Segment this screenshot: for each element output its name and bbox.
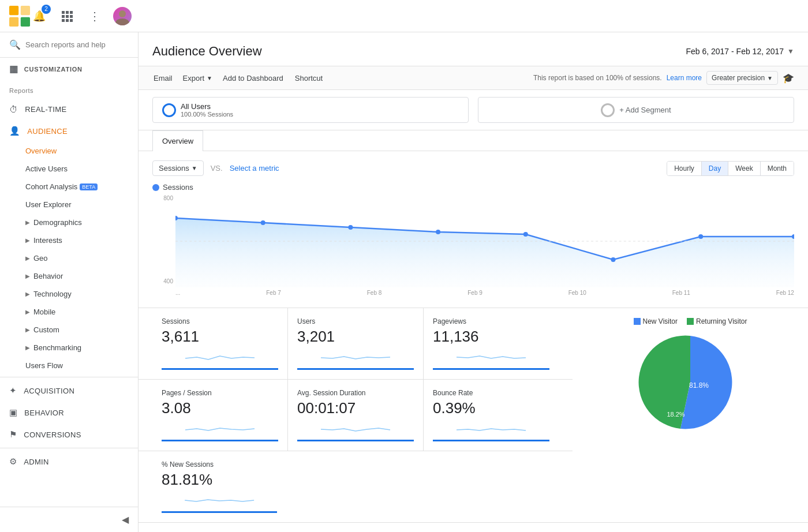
chevron-right-icon: ▶ (25, 327, 30, 333)
acquisition-icon: ✦ (9, 385, 17, 396)
search-icon: 🔍 (9, 39, 21, 50)
sidebar-collapse-button[interactable]: ◀ (0, 507, 138, 532)
tab-overview[interactable]: Overview (152, 130, 203, 151)
sidebar-item-behavior[interactable]: ▣ BEHAVIOR (0, 402, 138, 424)
x-label-feb12: Feb 12 (776, 290, 794, 296)
svg-text:81.8%: 81.8% (689, 381, 709, 389)
sidebar-item-admin[interactable]: ⚙ ADMIN (0, 451, 138, 473)
email-button[interactable]: Email (152, 72, 174, 85)
shortcut-button[interactable]: Shortcut (294, 72, 324, 85)
segment-empty-circle (601, 103, 615, 117)
sidebar-subitem-users-flow[interactable]: Users Flow (0, 357, 138, 374)
sidebar-item-conversions[interactable]: ⚑ CONVERSIONS (0, 424, 138, 445)
metrics-left: Sessions 3,611 Users 3,201 (139, 308, 573, 522)
toolbar-right: This report is based on 100% of sessions… (533, 71, 794, 85)
select-metric-link[interactable]: Select a metric (230, 164, 279, 173)
segment-info: All Users 100.00% Sessions (181, 102, 459, 118)
sidebar-item-customization[interactable]: ▦ CUSTOMIZATION (0, 58, 138, 80)
app-logo[interactable] (9, 6, 30, 27)
new-visitor-color (634, 318, 641, 325)
report-icon[interactable]: 🎓 (783, 73, 794, 84)
day-button[interactable]: Day (702, 162, 728, 175)
custom-label: Custom (33, 325, 59, 334)
svg-rect-8 (66, 15, 69, 18)
segment-bar: All Users 100.00% Sessions + Add Segment (139, 90, 808, 130)
precision-label: Greater precision (712, 74, 765, 82)
sidebar-subitem-mobile[interactable]: ▶ Mobile (0, 303, 138, 321)
sidebar-subitem-active-users[interactable]: Active Users (0, 160, 138, 178)
sidebar-subitem-behavior[interactable]: ▶ Behavior (0, 267, 138, 285)
user-avatar[interactable] (113, 7, 132, 25)
metric-pages-session: Pages / Session 3.08 (152, 380, 288, 451)
learn-more-link[interactable]: Learn more (667, 74, 702, 82)
precision-dropdown[interactable]: Greater precision ▼ (706, 71, 778, 85)
sidebar-subitem-technology[interactable]: ▶ Technology (0, 285, 138, 303)
svg-rect-1 (21, 6, 30, 15)
users-metric-value: 3,201 (297, 328, 414, 346)
sidebar-item-realtime[interactable]: ⏱ REAL-TIME (0, 99, 138, 120)
sidebar-subitem-user-explorer[interactable]: User Explorer (0, 196, 138, 213)
metrics-row-2: Pages / Session 3.08 Avg. Session Durati… (139, 379, 573, 451)
pageviews-metric-label: Pageviews (433, 317, 549, 325)
svg-point-19 (523, 232, 528, 237)
sidebar-subitem-geo[interactable]: ▶ Geo (0, 249, 138, 267)
metric-sessions: Sessions 3,611 (152, 308, 288, 379)
search-input[interactable] (25, 40, 129, 49)
x-label-feb8: Feb 8 (367, 290, 382, 296)
week-button[interactable]: Week (728, 162, 760, 175)
sessions-chart (175, 195, 794, 287)
svg-point-18 (436, 230, 440, 234)
chevron-right-icon: ▶ (25, 237, 30, 243)
mobile-label: Mobile (33, 308, 55, 316)
svg-rect-0 (9, 6, 18, 15)
sidebar-item-audience[interactable]: 👤 AUDIENCE (0, 120, 138, 142)
export-label: Export (183, 74, 205, 83)
report-toolbar: Email Export ▼ Add to Dashboard Shortcut… (139, 66, 808, 90)
avg-duration-sparkline (297, 422, 414, 438)
users-metric-label: Users (297, 317, 414, 325)
pages-session-sparkline (162, 422, 278, 438)
top-nav: 🔔 2 ⋮ (0, 0, 808, 32)
svg-rect-11 (66, 19, 69, 22)
svg-rect-3 (21, 17, 30, 26)
acquisition-label: ACQUISITION (24, 387, 74, 395)
x-label-feb10: Feb 10 (568, 290, 586, 296)
date-range-picker[interactable]: Feb 6, 2017 - Feb 12, 2017 ▼ (686, 47, 794, 56)
conversions-icon: ⚑ (9, 429, 17, 440)
reports-section: Reports (0, 80, 138, 99)
sidebar-subitem-demographics[interactable]: ▶ Demographics (0, 213, 138, 231)
technology-label: Technology (33, 290, 72, 298)
metric-new-sessions: % New Sessions 81.81% (152, 451, 286, 522)
sidebar-subitem-interests[interactable]: ▶ Interests (0, 231, 138, 249)
add-dashboard-button[interactable]: Add to Dashboard (222, 72, 285, 85)
sidebar: 🔍 ▦ CUSTOMIZATION Reports ⏱ REAL-TIME 👤 … (0, 32, 139, 532)
metric-select-dropdown[interactable]: Sessions ▼ (152, 160, 204, 176)
month-button[interactable]: Month (761, 162, 794, 175)
apps-button[interactable] (58, 7, 76, 25)
sidebar-subitem-overview[interactable]: Overview (0, 142, 138, 160)
pie-chart: 81.8% 18.2% (638, 330, 742, 434)
add-segment-button[interactable]: + Add Segment (478, 97, 794, 123)
sessions-legend-dot (152, 184, 159, 191)
new-sessions-sparkline (162, 493, 277, 509)
new-sessions-label: % New Sessions (162, 460, 277, 469)
all-users-segment[interactable]: All Users 100.00% Sessions (152, 97, 469, 123)
sidebar-subitem-cohort[interactable]: Cohort Analysis BETA (0, 178, 138, 196)
sidebar-item-acquisition[interactable]: ✦ ACQUISITION (0, 380, 138, 402)
x-label-start: ... (175, 290, 180, 296)
notification-button[interactable]: 🔔 2 (30, 7, 48, 25)
svg-rect-5 (66, 11, 69, 14)
more-options-button[interactable]: ⋮ (85, 7, 104, 25)
sidebar-subitem-custom[interactable]: ▶ Custom (0, 321, 138, 339)
svg-rect-2 (9, 17, 18, 26)
hourly-button[interactable]: Hourly (667, 162, 702, 175)
geo-label: Geo (33, 254, 48, 263)
sidebar-subitem-benchmarking[interactable]: ▶ Benchmarking (0, 339, 138, 357)
admin-label: ADMIN (24, 458, 48, 466)
pageviews-sparkline (433, 350, 549, 366)
user-explorer-label: User Explorer (25, 200, 71, 209)
svg-rect-7 (62, 15, 65, 18)
beta-badge: BETA (80, 183, 98, 190)
metrics-row-1: Sessions 3,611 Users 3,201 (139, 308, 573, 379)
export-dropdown[interactable]: Export ▼ (183, 74, 212, 83)
